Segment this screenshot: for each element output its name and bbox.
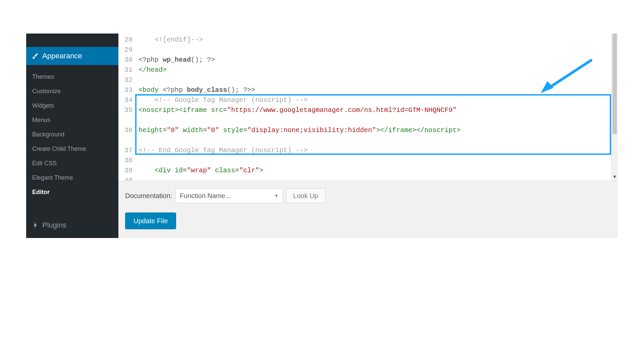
line-number: 33 [118,85,132,95]
code-line[interactable]: height="0" width="0" style="display:none… [139,125,608,145]
line-number-gutter: 28293031323334353637383940 [118,34,136,181]
line-number: 29 [118,45,132,55]
code-line[interactable] [139,156,608,166]
line-number: 28 [118,35,132,45]
code-line[interactable]: <!-- Google Tag Manager (noscript) --> [139,95,608,105]
scroll-down-icon[interactable]: ▼ [611,174,618,179]
code-line[interactable] [139,45,608,55]
documentation-label: Documentation: [125,192,172,200]
admin-sidebar: Appearance Themes Customize Widgets Menu… [26,34,118,238]
sidebar-item-plugins[interactable]: Plugins [26,216,118,234]
code-line[interactable]: <!-- End Google Tag Manager (noscript) -… [139,145,608,156]
app-frame: Appearance Themes Customize Widgets Menu… [26,34,618,238]
code-line[interactable]: </head> [139,65,608,75]
code-line[interactable]: <![endif]--> [139,35,608,45]
paintbrush-icon [32,52,39,60]
line-number: 37 [118,145,132,156]
code-area[interactable]: <![endif]--> <?php wp_head(); ?></head> … [136,34,610,181]
sidebar-item-themes[interactable]: Themes [32,70,118,84]
code-line[interactable] [139,75,608,85]
code-line[interactable]: <body <?php body_class(); ?>> [139,85,608,95]
sidebar-item-menus[interactable]: Menus [32,113,118,127]
sidebar-item-editor[interactable]: Editor [32,185,118,199]
select-placeholder: Function Name... [180,192,231,200]
sidebar-item-label: Plugins [42,221,66,230]
sidebar-item-appearance[interactable]: Appearance [26,47,118,65]
plug-icon [32,222,39,229]
function-name-select[interactable]: Function Name... ▼ [175,188,283,203]
sidebar-item-elegant-theme[interactable]: Elegant Theme [32,171,118,185]
line-number: 34 [118,95,132,105]
scrollbar-thumb[interactable] [612,34,617,134]
code-line[interactable]: <div id="wrap" class="clr"> [139,166,608,176]
appearance-submenu: Themes Customize Widgets Menus Backgroun… [26,65,118,199]
code-line[interactable]: <noscript><iframe src="https://www.googl… [139,105,608,125]
look-up-button[interactable]: Look Up [286,188,325,203]
line-number: 30 [118,55,132,65]
line-number: 36 [118,125,132,145]
line-number: 38 [118,156,132,166]
code-line[interactable] [139,176,608,181]
sidebar-item-customize[interactable]: Customize [32,84,118,99]
sidebar-item-create-child-theme[interactable]: Create Child Theme [32,142,118,156]
chevron-down-icon: ▼ [274,193,278,198]
code-editor[interactable]: 28293031323334353637383940 <![endif]--> … [118,34,618,181]
vertical-scrollbar[interactable]: ▼ [611,34,618,181]
sidebar-item-background[interactable]: Background [32,127,118,142]
main-content: 28293031323334353637383940 <![endif]--> … [118,34,618,238]
line-number: 31 [118,65,132,75]
line-number: 40 [118,176,132,181]
editor-footer: Documentation: Function Name... ▼ Look U… [118,181,618,238]
line-number: 39 [118,166,132,176]
sidebar-item-label: Appearance [42,52,82,60]
update-file-button[interactable]: Update File [125,213,176,229]
line-number: 32 [118,75,132,85]
sidebar-item-edit-css[interactable]: Edit CSS [32,156,118,171]
line-number: 35 [118,105,132,125]
sidebar-item-widgets[interactable]: Widgets [32,99,118,113]
code-line[interactable]: <?php wp_head(); ?> [139,55,608,65]
